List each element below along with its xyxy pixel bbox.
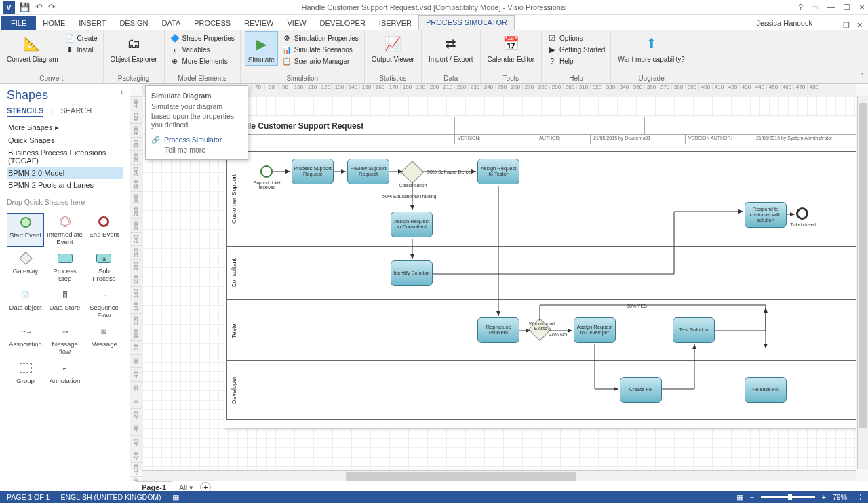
task-test-solution[interactable]: Test Solution bbox=[673, 317, 715, 343]
shape-end-event[interactable]: End Event bbox=[85, 213, 123, 247]
options-button[interactable]: ☑Options bbox=[546, 33, 606, 43]
undo-icon[interactable]: ↶ bbox=[35, 2, 43, 12]
shape-annotation[interactable]: ⌐Annotation bbox=[45, 359, 84, 386]
lane-tester[interactable]: Tester Reproduce Problem Workaround Exis… bbox=[226, 300, 856, 361]
tab-view[interactable]: VIEW bbox=[280, 16, 313, 30]
task-respond[interactable]: Respond to customer with solution bbox=[745, 202, 787, 228]
calendar-editor-button[interactable]: 📅 Calendar Editor bbox=[485, 31, 537, 64]
simulate-button[interactable]: ▶ Simulate bbox=[245, 31, 278, 66]
more-shapes-item[interactable]: More Shapes ▸ bbox=[7, 121, 123, 134]
task-assign-tester[interactable]: Assign Request to Tester bbox=[477, 159, 519, 184]
simulate-scenarios-button[interactable]: 📊Simulate Scenarios bbox=[281, 44, 360, 55]
task-process-request[interactable]: Process Support Request bbox=[292, 159, 334, 184]
zoom-slider[interactable] bbox=[761, 496, 815, 498]
fit-window-icon[interactable]: ⛶ bbox=[854, 493, 861, 501]
maximize-icon[interactable]: ☐ bbox=[843, 3, 850, 12]
stencil-item-selected[interactable]: BPMN 2.0 Model bbox=[7, 167, 123, 179]
stencil-item[interactable]: BPMN 2 Pools and Lanes bbox=[7, 179, 123, 191]
zoom-level[interactable]: 79% bbox=[833, 493, 847, 501]
shape-data-store[interactable]: 🗄Data Store bbox=[45, 286, 84, 320]
convert-diagram-button[interactable]: 📐 Convert Diagram bbox=[4, 31, 61, 64]
vertical-scrollbar[interactable] bbox=[857, 96, 868, 469]
view-icon[interactable]: ▦ bbox=[736, 493, 743, 501]
diagram-page[interactable]: Handle Customer Support Request VERSION:… bbox=[224, 117, 856, 428]
create-button[interactable]: 📄Create bbox=[64, 33, 99, 43]
tab-review[interactable]: REVIEW bbox=[237, 16, 280, 30]
shape-sub-process[interactable]: ⊞Sub Process bbox=[85, 249, 123, 283]
shape-data-object[interactable]: 📄Data object bbox=[7, 286, 44, 320]
shape-start-event[interactable]: Start Event bbox=[7, 213, 44, 247]
save-icon[interactable]: 💾 bbox=[19, 2, 30, 12]
task-assign-consultant[interactable]: Assign Request to Consultant bbox=[391, 212, 433, 237]
user-name[interactable]: Jessica Hancock bbox=[753, 16, 815, 30]
shape-message[interactable]: ✉Message bbox=[85, 323, 123, 357]
doc-restore-icon[interactable]: ❐ bbox=[843, 21, 850, 30]
tab-data[interactable]: DATA bbox=[155, 16, 188, 30]
start-event[interactable] bbox=[260, 165, 273, 178]
simulation-properties-button[interactable]: ⚙Simulation Properties bbox=[281, 33, 360, 43]
collapse-panel-icon[interactable]: ‹ bbox=[121, 88, 123, 96]
ribbon-display-icon[interactable]: ▭ bbox=[811, 3, 818, 12]
shape-intermediate-event[interactable]: Intermediate Event bbox=[45, 213, 84, 247]
tab-process-simulator[interactable]: PROCESS SIMULATOR bbox=[418, 15, 515, 30]
lane-consultant[interactable]: Consultant Identify Solution bbox=[226, 247, 856, 300]
output-viewer-button[interactable]: 📈 Output Viewer bbox=[369, 31, 417, 64]
zoom-out-icon[interactable]: − bbox=[750, 493, 754, 501]
doc-minimize-icon[interactable]: — bbox=[829, 21, 836, 30]
task-reproduce-problem[interactable]: Reproduce Problem bbox=[477, 317, 519, 343]
task-create-fix[interactable]: Create Fix bbox=[620, 377, 662, 403]
stencil-item[interactable]: Business Process Extensions (TOGAF) bbox=[7, 146, 123, 167]
task-identify-solution[interactable]: Identify Solution bbox=[391, 260, 433, 286]
getting-started-button[interactable]: ▶Getting Started bbox=[546, 44, 606, 55]
task-assign-developer[interactable]: Assign Request to Developer bbox=[574, 317, 616, 343]
gateway-classification[interactable] bbox=[401, 161, 424, 184]
tab-developer[interactable]: DEVELOPER bbox=[313, 16, 372, 30]
shape-message-flow[interactable]: ⤍Message flow bbox=[45, 323, 84, 357]
import-export-button[interactable]: ⇄ Import / Export bbox=[426, 31, 476, 64]
tooltip-link[interactable]: 🔗Process Simulator bbox=[151, 136, 242, 144]
task-review-request[interactable]: Review Support Request bbox=[347, 159, 389, 184]
shape-association[interactable]: ⋯→Association bbox=[7, 323, 44, 357]
drawing-canvas[interactable]: Handle Customer Support Request VERSION:… bbox=[142, 96, 856, 469]
tab-design[interactable]: DESIGN bbox=[113, 16, 155, 30]
help-button[interactable]: ?Help bbox=[546, 56, 606, 66]
object-explorer-button[interactable]: 🗂 Object Explorer bbox=[108, 31, 160, 64]
group-label: Statistics bbox=[369, 73, 417, 82]
macro-icon[interactable]: ▦ bbox=[172, 493, 179, 501]
upgrade-button[interactable]: ⬆ Want more capability? bbox=[615, 31, 688, 64]
tab-insert[interactable]: INSERT bbox=[72, 16, 113, 30]
tab-search[interactable]: SEARCH bbox=[60, 106, 92, 115]
horizontal-scrollbar[interactable] bbox=[142, 470, 856, 481]
status-page: PAGE 1 OF 1 bbox=[7, 493, 50, 501]
redo-icon[interactable]: ↷ bbox=[48, 2, 56, 12]
shape-gateway[interactable]: Gateway bbox=[7, 249, 44, 283]
stencil-item[interactable]: Quick Shapes bbox=[7, 134, 123, 146]
status-language[interactable]: ENGLISH (UNITED KINGDOM) bbox=[60, 493, 161, 501]
doc-close-icon[interactable]: ✕ bbox=[856, 21, 863, 30]
tab-file[interactable]: FILE bbox=[1, 16, 36, 30]
shape-sequence-flow[interactable]: →Sequence Flow bbox=[85, 286, 123, 320]
end-event[interactable] bbox=[796, 207, 808, 220]
tab-iserver[interactable]: ISERVER bbox=[372, 16, 418, 30]
shape-group[interactable]: Group bbox=[7, 359, 44, 386]
more-elements-button[interactable]: ⊕More Elements bbox=[169, 56, 236, 66]
help-icon[interactable]: ? bbox=[798, 3, 803, 12]
lane-developer[interactable]: Developer Create Fix Release Fix bbox=[226, 361, 856, 419]
install-button[interactable]: ⬇Install bbox=[64, 44, 99, 55]
scenario-manager-button[interactable]: 📋Scenario Manager bbox=[281, 56, 360, 66]
lane-customer-support[interactable]: Customer Support Support ticket received… bbox=[226, 152, 856, 247]
collapse-ribbon-icon[interactable]: ˄ bbox=[860, 72, 864, 81]
tooltip-more[interactable]: Tell me more bbox=[151, 146, 242, 154]
minimize-icon[interactable]: — bbox=[827, 3, 835, 12]
tab-home[interactable]: HOME bbox=[36, 16, 72, 30]
shape-properties-button[interactable]: 🔷Shape Properties bbox=[169, 33, 236, 43]
variables-button[interactable]: 𝑥Variables bbox=[169, 44, 236, 55]
shape-process-step[interactable]: Process Step bbox=[45, 249, 84, 283]
zoom-in-icon[interactable]: + bbox=[822, 493, 826, 501]
lane-label: Customer Support bbox=[226, 152, 240, 246]
bpmn-pool[interactable]: Customer Support Support ticket received… bbox=[226, 151, 856, 420]
close-icon[interactable]: ✕ bbox=[859, 3, 865, 12]
task-release-fix[interactable]: Release Fix bbox=[745, 377, 787, 403]
tab-process[interactable]: PROCESS bbox=[187, 16, 237, 30]
tab-stencils[interactable]: STENCILS bbox=[7, 106, 43, 117]
